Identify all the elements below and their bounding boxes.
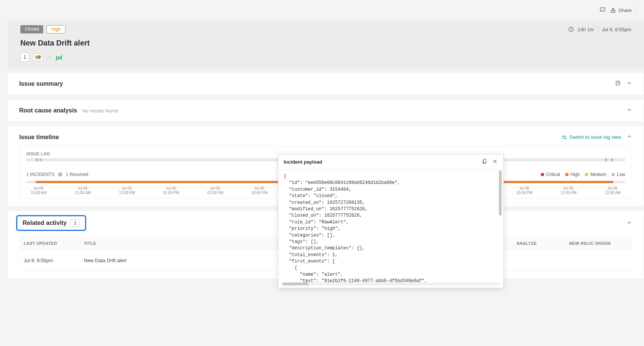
log-event-marker[interactable] [36, 158, 38, 161]
legend-low-dot [612, 173, 615, 176]
close-icon[interactable] [492, 158, 498, 165]
tick-label: Jul 08, 11:00 AM [70, 186, 95, 195]
svg-point-5 [565, 138, 566, 139]
tick-label: Jul 08, 11:00 PM [556, 186, 581, 195]
legend-low-label: Low [617, 172, 625, 177]
tick-label: Jul 08, 12:00 PM [115, 186, 140, 195]
modal-body[interactable]: { "id": "eeb550e00c0041c88dd6240d1d2ba00… [278, 170, 503, 279]
page-title: New Data Drift alert [20, 39, 631, 47]
severity-legend: Critical High Medium Low [541, 172, 625, 177]
legend-critical-dot [541, 173, 544, 176]
col-analyze[interactable]: ANALYZE [512, 237, 565, 250]
divider [598, 26, 598, 33]
arrow-icon: → [47, 54, 52, 60]
rca-title: Root cause analysis [19, 107, 77, 114]
incident-payload-modal: Incident payload { "id": "eeb550e00c0041… [278, 154, 504, 279]
svg-rect-0 [600, 8, 605, 11]
issue-summary-title: Issue summary [19, 80, 63, 87]
header-meta: 14h 1m Jul 8, 8:55pm [568, 26, 631, 33]
svg-rect-7 [483, 159, 486, 163]
log-event-marker[interactable] [611, 158, 613, 161]
chevron-up-icon[interactable] [626, 220, 632, 227]
switch-view-link[interactable]: Switch to issue log view [561, 134, 621, 140]
notification-flow: 1 → pd [20, 53, 631, 62]
tick-label: Jul 08, 02:00 PM [203, 186, 228, 195]
legend-medium-dot [585, 173, 588, 176]
related-activity-title-highlight: Related activity 1 [16, 215, 86, 231]
flow-count[interactable]: 1 [20, 53, 29, 62]
tick-label: Jul 08, 10:00 PM [512, 186, 537, 195]
resolved-icon [58, 173, 62, 176]
pagerduty-icon[interactable]: pd [56, 54, 62, 61]
col-last-updated[interactable]: LAST UPDATED [19, 237, 79, 250]
related-activity-count: 1 [70, 219, 80, 227]
tick-label: Jul 08, 01:00 PM [159, 186, 184, 195]
rca-subtitle: No results found [82, 108, 118, 114]
cell-last-updated: Jul 8, 8:55pm [19, 250, 79, 271]
legend-medium-label: Medium [590, 172, 606, 177]
cell-analyze [512, 250, 565, 271]
share-label: Share [618, 8, 632, 13]
priority-badge: High [46, 25, 65, 33]
legend-high-dot [565, 173, 568, 176]
top-bar: Share [0, 0, 644, 21]
switch-view-label: Switch to issue log view [570, 134, 621, 140]
tick-label: Jul 08, 10:00 AM [26, 186, 51, 195]
copy-icon[interactable] [481, 158, 488, 165]
log-event-marker[interactable] [605, 158, 607, 161]
chevron-down-icon[interactable] [626, 107, 632, 114]
timeline-title: Issue timeline [19, 134, 59, 141]
svg-rect-1 [611, 11, 615, 12]
comment-icon[interactable] [600, 7, 606, 14]
log-event-marker[interactable] [39, 158, 42, 161]
legend-critical-label: Critical [546, 172, 560, 177]
tick-label: Jul 09, 12:00 AM [600, 186, 625, 195]
issue-summary-card: Issue summary [8, 72, 644, 95]
share-button[interactable]: Share [610, 8, 632, 14]
chevron-up-icon[interactable] [626, 134, 632, 141]
resolved-count: 1 Resolved [66, 172, 88, 177]
note-icon[interactable] [615, 80, 621, 87]
cell-origin [565, 250, 632, 271]
scrollbar-vertical[interactable] [499, 170, 502, 215]
tick-label: Jul 08, 03:00 PM [247, 186, 272, 195]
modal-title: Incident payload [284, 159, 322, 165]
related-activity-title: Related activity [23, 220, 67, 226]
col-origin[interactable]: NEW RELIC ORIGIN [565, 237, 632, 250]
svg-point-4 [562, 136, 564, 137]
legend-high-label: High [571, 172, 580, 177]
divider [636, 7, 636, 14]
rca-card: Root cause analysis No results found [8, 99, 644, 122]
incidents-count: 1 INCIDENTS [26, 172, 55, 177]
status-badge: Closed [20, 25, 43, 33]
issue-header: Closed High 14h 1m Jul 8, 8:55pm New Dat… [8, 21, 644, 68]
duration-text: 14h 1m [578, 27, 594, 32]
clock-icon [568, 26, 574, 32]
timestamp-text: Jul 8, 8:55pm [602, 27, 631, 32]
source-icon[interactable] [33, 53, 43, 61]
chevron-down-icon[interactable] [626, 80, 632, 87]
